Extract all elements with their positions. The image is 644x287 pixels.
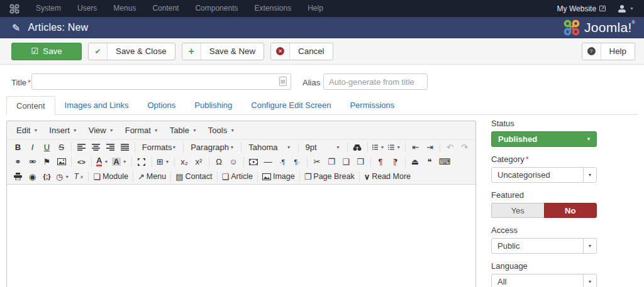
nonbreaking-space-button[interactable]: ∙¶: [275, 156, 290, 168]
tab-options[interactable]: Options: [138, 96, 185, 115]
special-character-button[interactable]: Ω: [212, 156, 226, 168]
tab-content[interactable]: Content: [6, 96, 55, 115]
find-replace-button[interactable]: [350, 141, 365, 154]
insert-page-break-button[interactable]: ❐Page Break: [303, 170, 357, 183]
tab-images-and-links[interactable]: Images and Links: [55, 96, 138, 115]
insert-datetime-button[interactable]: ◷▼: [54, 170, 71, 183]
featured-yes-button[interactable]: Yes: [491, 203, 544, 218]
read-more-button[interactable]: ∨Read More: [362, 170, 413, 183]
editor-menu-edit[interactable]: Edit▼: [11, 124, 43, 137]
insert-media-button[interactable]: [247, 156, 261, 168]
bold-button[interactable]: B: [11, 141, 25, 154]
editor-menu-view[interactable]: View▼: [83, 124, 119, 137]
editor-menu-format[interactable]: Format▼: [119, 124, 164, 137]
edit-tabs: Content Images and Links Options Publish…: [6, 96, 638, 115]
font-size-dropdown[interactable]: 9pt▼: [301, 141, 345, 154]
insert-article-button[interactable]: ❏Article: [220, 170, 255, 183]
template-button[interactable]: ⌨: [437, 156, 453, 168]
chevron-down-icon: ▼: [336, 145, 340, 149]
save-close-button[interactable]: ✔ Save & Close: [88, 43, 175, 60]
align-center-button[interactable]: [89, 141, 103, 154]
insert-module-button[interactable]: ❏Module: [91, 170, 130, 183]
language-select[interactable]: All ▼: [491, 274, 597, 287]
title-input[interactable]: [31, 73, 291, 90]
clear-formatting-button[interactable]: Tx: [71, 170, 86, 183]
category-select[interactable]: Uncategorised ▼: [491, 167, 597, 183]
featured-no-button[interactable]: No: [544, 203, 597, 218]
save-button[interactable]: ☑ Save: [11, 43, 82, 60]
preview-button[interactable]: ◉: [25, 170, 40, 183]
access-select[interactable]: Public ▼: [491, 238, 597, 254]
menu-item-menus[interactable]: Menus: [105, 0, 144, 17]
user-menu[interactable]: ▼: [618, 5, 634, 13]
anchor-button[interactable]: ⚑: [40, 156, 54, 168]
insert-contact-button[interactable]: ▤Contact: [174, 170, 214, 183]
site-preview-link[interactable]: My Website ↗: [557, 4, 606, 13]
editor-menu-tools[interactable]: Tools▼: [203, 124, 240, 137]
insert-joomla-image-button[interactable]: Image: [260, 170, 297, 183]
insert-image-button[interactable]: [54, 156, 69, 168]
font-family-dropdown[interactable]: Tahoma▼: [244, 141, 295, 154]
blockquote-button[interactable]: ❝: [423, 156, 437, 168]
insert-link-button[interactable]: ⚭: [11, 156, 25, 168]
horizontal-rule-button[interactable]: —: [261, 156, 275, 168]
insert-menu-button[interactable]: ↗Menu: [136, 170, 168, 183]
status-select[interactable]: Published ▼: [491, 131, 597, 147]
menu-item-components[interactable]: Components: [187, 0, 246, 17]
background-color-button[interactable]: A▼: [110, 156, 128, 168]
insert-page-up-button[interactable]: ⏏: [408, 156, 423, 168]
menu-item-help[interactable]: Help: [299, 0, 331, 17]
emoticons-button[interactable]: ☺: [226, 156, 241, 168]
page-break-before-button[interactable]: ¶∙: [290, 156, 304, 168]
menu-item-extensions[interactable]: Extensions: [246, 0, 299, 17]
superscript-button[interactable]: x²: [192, 156, 206, 168]
formats-dropdown[interactable]: Formats▼: [138, 141, 181, 154]
table-button[interactable]: ⊞▼: [155, 156, 172, 168]
cancel-button[interactable]: ✕ Cancel: [270, 43, 333, 60]
alias-input[interactable]: [323, 73, 428, 90]
fullscreen-button[interactable]: [135, 156, 149, 168]
divider: [440, 142, 440, 153]
paragraph-dropdown[interactable]: Paragraph▼: [186, 141, 238, 154]
underline-button[interactable]: U: [40, 141, 54, 154]
subscript-button[interactable]: x₂: [177, 156, 192, 168]
divider: [209, 156, 209, 167]
justify-button[interactable]: [118, 141, 132, 154]
tab-publishing[interactable]: Publishing: [185, 96, 242, 115]
ltr-button[interactable]: ¶: [374, 156, 388, 168]
redo-button[interactable]: ↷: [457, 141, 472, 154]
italic-button[interactable]: I: [25, 141, 40, 154]
menu-item-users[interactable]: Users: [69, 0, 105, 17]
help-button[interactable]: ? Help: [582, 43, 635, 60]
paste-button[interactable]: ❑: [339, 156, 353, 168]
rtl-button[interactable]: ¶: [388, 156, 402, 168]
unlink-button[interactable]: ⚮: [25, 156, 40, 168]
code-sample-button[interactable]: <>: [74, 156, 89, 168]
undo-button[interactable]: ↶: [443, 141, 457, 154]
menu-item-content[interactable]: Content: [144, 0, 187, 17]
editor-menu-table[interactable]: Table▼: [164, 124, 203, 137]
chevron-down-icon: ▼: [583, 274, 596, 287]
copy-button[interactable]: ❐: [325, 156, 339, 168]
cut-button[interactable]: ✂: [310, 156, 325, 168]
numbered-list-button[interactable]: ▼: [386, 141, 402, 154]
save-new-button[interactable]: + Save & New: [182, 43, 264, 60]
indent-button[interactable]: ⇥: [423, 141, 437, 154]
editor-canvas[interactable]: [7, 185, 475, 287]
tab-permissions[interactable]: Permissions: [340, 96, 404, 115]
print-button[interactable]: [11, 170, 25, 183]
editor-menu-insert[interactable]: Insert▼: [43, 124, 82, 137]
outdent-button[interactable]: ⇤: [408, 141, 423, 154]
source-code-button[interactable]: {;}: [40, 170, 54, 183]
title-field-addon-icon[interactable]: ▤: [279, 77, 287, 86]
divider: [405, 142, 406, 153]
align-left-button[interactable]: [74, 141, 89, 154]
bullet-list-button[interactable]: ▼: [370, 141, 387, 154]
strikethrough-button[interactable]: S: [54, 141, 69, 154]
tab-configure-edit-screen[interactable]: Configure Edit Screen: [242, 96, 340, 115]
paste-as-text-button[interactable]: ❒: [353, 156, 368, 168]
pencil-icon: ✎: [12, 22, 20, 34]
text-color-button[interactable]: A▼: [94, 156, 110, 168]
align-right-button[interactable]: [103, 141, 118, 154]
menu-item-system[interactable]: System: [28, 0, 69, 17]
